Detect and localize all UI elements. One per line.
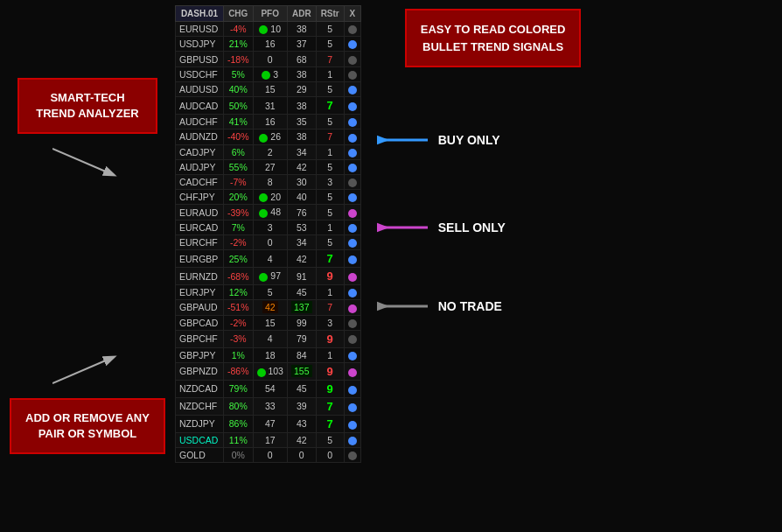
cell-bullet bbox=[344, 205, 360, 220]
cell-adr: 155 bbox=[287, 362, 316, 380]
cell-rstr: 9 bbox=[316, 380, 344, 397]
table-row: CADCHF-7%8303 bbox=[176, 174, 361, 189]
cell-pfo: 10 bbox=[253, 22, 287, 37]
cell-adr: 45 bbox=[287, 285, 316, 300]
table-row: CADJPY6%2341 bbox=[176, 144, 361, 159]
cell-pfo: 48 bbox=[253, 205, 287, 220]
table-row: AUDUSD40%15295 bbox=[176, 81, 361, 96]
cell-chg: 1% bbox=[224, 347, 254, 362]
cell-rstr: 9 bbox=[316, 330, 344, 347]
cell-chg: 11% bbox=[224, 432, 254, 447]
cell-bullet bbox=[344, 362, 360, 380]
cell-rstr: 0 bbox=[316, 448, 344, 463]
cell-symbol: USDCAD bbox=[176, 432, 224, 447]
cell-adr: 43 bbox=[287, 415, 316, 432]
cell-pfo: 18 bbox=[253, 347, 287, 362]
right-panel: EASY TO READ COLORED BULLET TREND SIGNAL… bbox=[361, 0, 782, 532]
cell-rstr: 5 bbox=[316, 22, 344, 37]
cell-adr: 42 bbox=[287, 432, 316, 447]
cell-pfo: 16 bbox=[253, 115, 287, 130]
cell-chg: -86% bbox=[224, 362, 254, 380]
no-trade-label: NO TRADE bbox=[438, 299, 502, 313]
cell-pfo: 20 bbox=[253, 190, 287, 205]
cell-symbol: GBPJPY bbox=[176, 347, 224, 362]
cell-rstr: 1 bbox=[316, 347, 344, 362]
cell-adr: 35 bbox=[287, 115, 316, 130]
cell-chg: 40% bbox=[224, 81, 254, 96]
cell-pfo: 42 bbox=[253, 300, 287, 315]
cell-bullet bbox=[344, 315, 360, 330]
cell-symbol: CADJPY bbox=[176, 144, 224, 159]
table-row: EURNZD-68% 97919 bbox=[176, 268, 361, 285]
pair-symbol-label: ADD OR REMOVE ANY PAIR OR SYMBOL bbox=[10, 398, 165, 454]
cell-bullet bbox=[344, 159, 360, 174]
cell-bullet bbox=[344, 115, 360, 130]
sell-only-annotation: SELL ONLY bbox=[377, 217, 506, 238]
signal-bullet bbox=[348, 40, 357, 49]
cell-adr: 30 bbox=[287, 174, 316, 189]
signal-bullet bbox=[348, 25, 357, 34]
cell-bullet bbox=[344, 300, 360, 315]
signal-bullet bbox=[348, 352, 357, 360]
cell-adr: 34 bbox=[287, 234, 316, 249]
signal-bullet bbox=[348, 256, 357, 264]
cell-adr: 0 bbox=[287, 448, 316, 463]
cell-bullet bbox=[344, 415, 360, 432]
cell-symbol: GBPCAD bbox=[176, 315, 224, 330]
signal-bullet bbox=[348, 386, 357, 395]
cell-rstr: 5 bbox=[316, 159, 344, 174]
cell-bullet bbox=[344, 37, 360, 52]
signal-bullet bbox=[348, 86, 357, 94]
main-table: DASH.01 CHG PFO ADR RStr X EURUSD-4% 103… bbox=[175, 5, 361, 463]
signal-bullet bbox=[348, 452, 357, 460]
cell-rstr: 7 bbox=[316, 97, 344, 115]
table-row: CHFJPY20% 20405 bbox=[176, 190, 361, 205]
table-row: GBPAUD-51%421377 bbox=[176, 300, 361, 315]
cell-chg: -18% bbox=[224, 52, 254, 66]
main-container: SMART-TECH TREND ANALYZER bbox=[0, 0, 782, 532]
signal-bullet bbox=[348, 71, 357, 80]
cell-rstr: 5 bbox=[316, 234, 344, 249]
cell-adr: 137 bbox=[287, 300, 316, 315]
cell-bullet bbox=[344, 268, 360, 285]
no-trade-annotation: NO TRADE bbox=[377, 296, 502, 317]
cell-rstr: 7 bbox=[316, 250, 344, 268]
cell-chg: 41% bbox=[224, 115, 254, 130]
cell-pfo: 31 bbox=[253, 97, 287, 115]
cell-chg: -2% bbox=[224, 315, 254, 330]
cell-symbol: GBPUSD bbox=[176, 52, 224, 66]
cell-rstr: 7 bbox=[316, 415, 344, 432]
table-row: AUDCAD50%31387 bbox=[176, 97, 361, 115]
cell-pfo: 47 bbox=[253, 415, 287, 432]
pfo-bullet bbox=[259, 25, 268, 34]
cell-pfo: 0 bbox=[253, 448, 287, 463]
cell-bullet bbox=[344, 380, 360, 397]
table-row: GOLD0%000 bbox=[176, 448, 361, 463]
signal-bullet bbox=[348, 164, 357, 172]
col-header-chg: CHG bbox=[224, 6, 254, 22]
cell-chg: -51% bbox=[224, 300, 254, 315]
svg-line-1 bbox=[52, 357, 114, 383]
cell-chg: 25% bbox=[224, 250, 254, 268]
cell-adr: 68 bbox=[287, 52, 316, 66]
table-row: EURUSD-4% 10385 bbox=[176, 22, 361, 37]
cell-pfo: 3 bbox=[253, 220, 287, 234]
cell-symbol: NZDJPY bbox=[176, 415, 224, 432]
table-row: GBPNZD-86% 1031559 bbox=[176, 362, 361, 380]
signal-bullet bbox=[348, 304, 357, 313]
cell-chg: 5% bbox=[224, 66, 254, 81]
table-row: EURCHF-2%0345 bbox=[176, 234, 361, 249]
table-row: AUDCHF41%16355 bbox=[176, 115, 361, 130]
cell-symbol: EURNZD bbox=[176, 268, 224, 285]
cell-rstr: 3 bbox=[316, 315, 344, 330]
cell-adr: 79 bbox=[287, 330, 316, 347]
table-row: EURJPY12%5451 bbox=[176, 285, 361, 300]
table-row: EURAUD-39% 48765 bbox=[176, 205, 361, 220]
cell-bullet bbox=[344, 174, 360, 189]
cell-bullet bbox=[344, 66, 360, 81]
cell-chg: -39% bbox=[224, 205, 254, 220]
signal-bullet bbox=[348, 56, 357, 65]
pfo-bullet bbox=[257, 368, 266, 377]
cell-rstr: 1 bbox=[316, 66, 344, 81]
bullet-signals-title: EASY TO READ COLORED BULLET TREND SIGNAL… bbox=[405, 9, 582, 67]
